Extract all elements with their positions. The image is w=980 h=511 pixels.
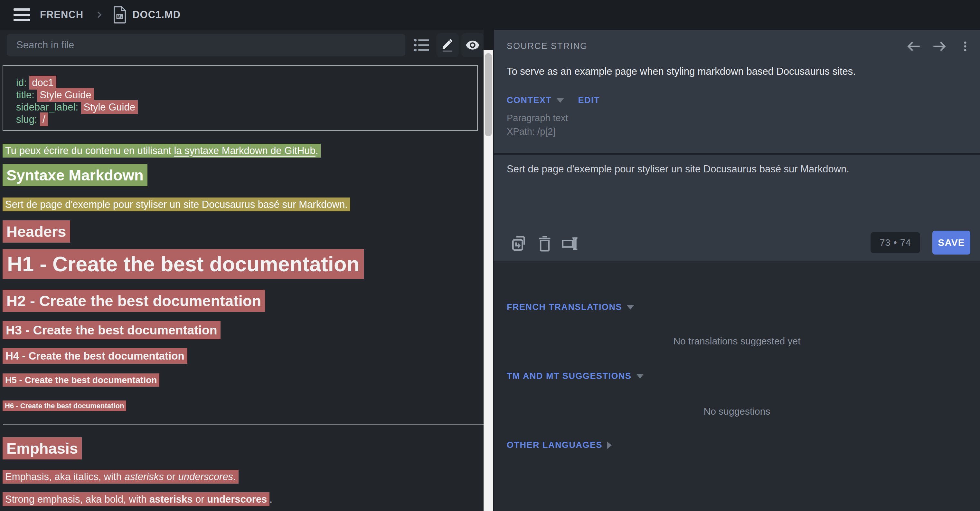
string-active[interactable]: Sert de page d'exemple pour styliser un … (3, 198, 350, 211)
inline-link: la syntaxe Markdown de GitHub (174, 145, 315, 156)
translation-text: Sert de page d'exemple pour styliser un … (507, 163, 849, 175)
string-emphasis[interactable]: Emphasis, aka italics, with asterisks or… (3, 470, 239, 484)
document-preview-panel: id: doc1 title: Style Guide sidebar_labe… (0, 30, 484, 511)
string-fm-title[interactable]: Style Guide (37, 88, 94, 102)
string-strong[interactable]: Strong emphasis, aka bold, with asterisk… (3, 492, 269, 506)
context-collapse-icon[interactable] (556, 98, 564, 103)
context-type: Paragraph text (507, 113, 568, 123)
french-translations-section: FRENCH TRANSLATIONS (507, 302, 634, 312)
paragraph-strong: Strong emphasis, aka bold, with asterisk… (3, 493, 272, 505)
string-h2-headers[interactable]: Headers (3, 220, 70, 243)
heading-h2: H2 - Create the best documentation (3, 292, 265, 310)
top-bar: FRENCH M↓ DOC1.MD (0, 0, 980, 30)
heading-h1: H1 - Create the best documentation (3, 252, 364, 276)
paragraph-emphasis: Emphasis, aka italics, with asterisks or… (3, 471, 239, 483)
paragraph-active: Sert de page d'exemple pour styliser un … (3, 199, 350, 211)
string-intro[interactable]: Tu peux écrire du contenu en utilisant l… (3, 144, 321, 158)
breadcrumb-chevron-icon (94, 10, 104, 20)
string-h4-create[interactable]: H4 - Create the best documentation (3, 348, 188, 364)
suggestions-area: FRENCH TRANSLATIONS No translations sugg… (494, 261, 980, 511)
preview-mode-button[interactable] (461, 33, 484, 57)
paragraph-intro: Tu peux écrire du contenu en utilisant l… (3, 145, 321, 156)
next-string-arrow-icon[interactable] (931, 37, 948, 56)
french-translations-collapse-icon[interactable] (627, 305, 634, 310)
app-window: FRENCH M↓ DOC1.MD (0, 0, 980, 511)
breadcrumb-file[interactable]: DOC1.MD (132, 9, 181, 21)
context-toggle[interactable]: CONTEXT (507, 95, 552, 105)
pencil-icon (440, 37, 455, 53)
other-languages-toggle[interactable]: OTHER LANGUAGES (507, 440, 602, 450)
select-markup-icon[interactable] (561, 235, 579, 252)
heading-h5: H5 - Create the best documentation (3, 375, 159, 385)
tm-mt-section: TM AND MT SUGGESTIONS (507, 371, 644, 381)
heading-syntaxe: Syntaxe Markdown (3, 166, 148, 184)
string-h2-emphasis[interactable]: Emphasis (3, 437, 82, 460)
copy-source-icon[interactable] (510, 235, 528, 252)
markdown-file-icon: M↓ (112, 6, 127, 24)
heading-emphasis: Emphasis (3, 439, 82, 457)
frontmatter-line: title: Style Guide (16, 89, 464, 101)
frontmatter-block: id: doc1 title: Style Guide sidebar_labe… (3, 65, 478, 131)
document-scrollbar[interactable] (484, 50, 493, 511)
hamburger-menu-icon[interactable] (14, 8, 30, 21)
character-counter: 73 • 74 (870, 232, 920, 253)
context-xpath: XPath: /p[2] (507, 126, 556, 137)
heading-h6: H6 - Create the best documentation (3, 402, 126, 410)
frontmatter-line: sidebar_label: Style Guide (16, 101, 464, 113)
string-fm-slug[interactable]: / (40, 112, 48, 126)
tm-mt-collapse-icon[interactable] (636, 374, 644, 378)
breadcrumb-project[interactable]: FRENCH (40, 9, 83, 21)
clear-translation-icon[interactable] (536, 235, 554, 252)
previous-string-arrow-icon[interactable] (905, 37, 923, 56)
svg-text:M↓: M↓ (117, 14, 123, 19)
source-string-text: To serve as an example page when styling… (507, 66, 856, 77)
string-h5-create[interactable]: H5 - Create the best documentation (3, 374, 159, 386)
string-h6-create[interactable]: H6 - Create the best documentation (3, 401, 126, 411)
context-edit-link[interactable]: EDIT (578, 95, 600, 105)
translations-empty-text: No translations suggested yet (494, 336, 980, 347)
kebab-menu-icon[interactable] (959, 37, 972, 56)
string-fm-sidebar-label[interactable]: Style Guide (81, 100, 138, 114)
translate-mode-button[interactable] (436, 33, 459, 57)
heading-h4: H4 - Create the best documentation (3, 350, 188, 362)
scrollbar-thumb[interactable] (485, 53, 492, 136)
tm-mt-toggle[interactable]: TM AND MT SUGGESTIONS (507, 371, 632, 381)
string-h2-syntaxe[interactable]: Syntaxe Markdown (3, 164, 148, 186)
string-list-icon[interactable] (413, 35, 431, 55)
frontmatter-line: id: doc1 (16, 77, 464, 89)
search-input[interactable] (7, 34, 405, 56)
frontmatter-line: slug: / (16, 113, 464, 126)
horizontal-rule (3, 424, 484, 425)
french-translations-toggle[interactable]: FRENCH TRANSLATIONS (507, 302, 622, 312)
heading-h3: H3 - Create the best documentation (3, 323, 221, 337)
heading-headers: Headers (3, 223, 70, 240)
other-languages-expand-icon[interactable] (607, 441, 612, 449)
context-row: CONTEXT EDIT (507, 95, 600, 105)
translation-editor-panel: SOURCE STRING To serve as an example pag… (494, 30, 980, 511)
tm-empty-text: No suggestions (494, 406, 980, 417)
string-h3-create[interactable]: H3 - Create the best documentation (3, 321, 221, 339)
string-fm-id[interactable]: doc1 (29, 76, 56, 89)
other-languages-section: OTHER LANGUAGES (507, 440, 612, 450)
string-h2-create[interactable]: H2 - Create the best documentation (3, 290, 265, 312)
save-button[interactable]: SAVE (932, 231, 970, 254)
source-string-label: SOURCE STRING (507, 41, 587, 51)
string-h1-create[interactable]: H1 - Create the best documentation (3, 249, 364, 279)
eye-icon (465, 37, 480, 53)
